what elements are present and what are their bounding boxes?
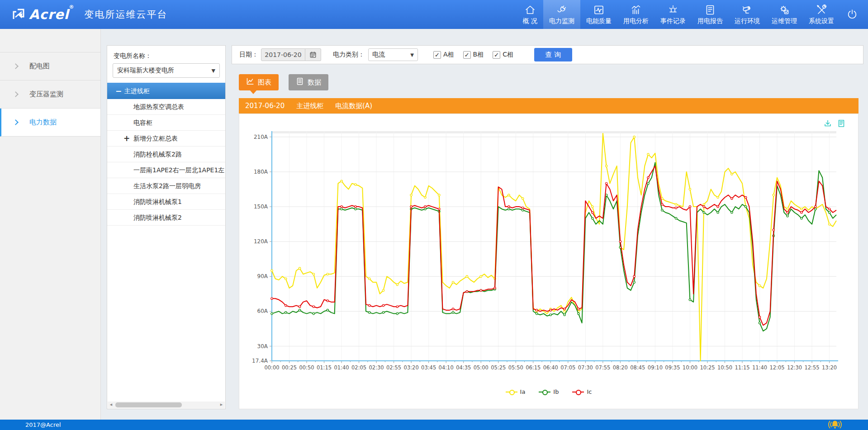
svg-text:09:10: 09:10 [648,364,663,371]
phase-a-checkbox[interactable]: ✓A相 [433,51,454,59]
scroll-left-arrow[interactable]: ◀ [108,402,114,408]
power-type-select[interactable]: 电流 ▼ [368,48,418,61]
query-button[interactable]: 查 询 [534,48,572,61]
phase-c-checkbox[interactable]: ✓C相 [493,51,513,59]
svg-text:00:00: 00:00 [264,364,279,371]
nav-item-system-settings[interactable]: 系统设置 [803,0,840,29]
svg-text:07:30: 07:30 [578,364,593,371]
svg-text:12:30: 12:30 [787,364,802,371]
tree-node-label: 一层南1APE2右一层北1APE1左 [133,166,224,174]
sidebar-item-distribution-diagram[interactable]: 配电图 [0,52,100,80]
chart-legend: IaIbIc [239,388,858,395]
legend-marker-icon [539,390,550,394]
collapse-icon[interactable]: − [115,83,122,99]
nav-item-power-monitor[interactable]: 电力监测 [543,0,580,29]
chart-title-metric: 电流数据(A) [335,102,372,110]
tree-node[interactable]: 消防栓机械泵2路 [107,146,225,162]
tab-chart-label: 图表 [258,78,271,87]
sidebar-item-transformer-monitor[interactable]: 变压器监测 [0,80,100,109]
nav-item-label: 电能质量 [586,17,612,25]
nav-item-overview[interactable]: 概 况 [517,0,543,29]
sidebar-item-power-data[interactable]: 电力数据 [0,109,100,137]
svg-text:11:15: 11:15 [735,364,749,371]
nav-item-label: 系统设置 [809,17,834,25]
scrollbar-thumb[interactable] [115,402,182,407]
svg-text:02:55: 02:55 [386,364,401,371]
svg-text:06:40: 06:40 [543,364,558,371]
legend-label: Ib [553,388,559,395]
nav-item-label: 用电报告 [697,17,723,25]
svg-text:05:00: 05:00 [474,364,489,371]
nav-item-usage-report[interactable]: 用电报告 [692,0,729,29]
chevron-down-icon: ▼ [212,68,215,74]
tree-horizontal-scrollbar[interactable]: ◀ ▶ [108,402,225,408]
svg-text:04:35: 04:35 [456,364,471,371]
calendar-button[interactable] [305,48,321,61]
acrel-logo-icon [12,8,25,21]
expand-icon[interactable]: + [123,131,130,146]
chart-title-device: 主进线柜 [296,102,323,110]
tree-node[interactable]: +新增分立柜总表 [107,131,225,146]
checkbox-icon[interactable]: ✓ [433,51,441,59]
scrollbar-track[interactable] [114,402,218,408]
tree-node[interactable]: 一层南1APE2右一层北1APE1左 [107,162,225,178]
date-label: 日期： [239,51,258,59]
device-tree: −主进线柜地源热泵空调总表电容柜+新增分立柜总表消防栓机械泵2路一层南1APE2… [107,83,225,226]
home-icon [524,4,536,16]
station-select[interactable]: 安科瑞新大楼变电所 ▼ [113,63,220,78]
legend-marker-icon [506,390,517,394]
chevron-right-icon [13,119,19,125]
nav-item-event-log[interactable]: 事件记录 [655,0,692,29]
tree-node[interactable]: 消防喷淋机械泵1 [107,194,225,210]
nav-item-usage-analysis[interactable]: 用电分析 [617,0,655,29]
plug-icon [556,4,568,16]
checkbox-icon[interactable]: ✓ [493,51,500,59]
tools-icon [816,4,827,16]
tree-node[interactable]: 消防喷淋机械泵2 [107,210,225,226]
tree-node-label: 消防栓机械泵2路 [133,151,182,158]
power-type-label: 电力类别： [333,51,365,59]
bars-icon [630,4,642,16]
chart-title-date: 2017-06-20 [245,102,285,110]
svg-text:10:25: 10:25 [700,364,715,371]
svg-text:12:05: 12:05 [769,364,784,371]
svg-text:01:40: 01:40 [334,364,349,371]
phase-label: A相 [443,51,454,59]
tree-node[interactable]: 地源热泵空调总表 [107,99,225,115]
legend-item-ib[interactable]: Ib [539,388,559,395]
legend-item-ia[interactable]: Ia [506,388,526,395]
sidebar-item-label: 电力数据 [29,118,57,127]
alarm-bell-icon[interactable] [827,419,843,430]
svg-text:30A: 30A [257,343,268,350]
nav-item-power-quality[interactable]: 电能质量 [580,0,617,29]
scroll-right-arrow[interactable]: ▶ [218,402,225,408]
tab-data[interactable]: 数据 [289,74,328,90]
tree-node[interactable]: 生活水泵2路一层弱电房 [107,178,225,194]
download-icon[interactable] [824,119,832,129]
topbar: Acrel® 变电所运维云平台 概 况电力监测电能质量用电分析事件记录用电报告运… [0,0,868,29]
alarm-icon [667,4,679,16]
tab-chart[interactable]: 图表 [239,74,279,90]
power-icon[interactable] [840,0,868,29]
chevron-right-icon [13,91,19,97]
sidebar-item-label: 变压器监测 [29,90,63,99]
tree-node[interactable]: 电容柜 [107,115,225,131]
nav-item-runtime-env[interactable]: 运行环境 [729,0,766,29]
data-view-icon[interactable] [837,119,845,129]
date-input[interactable]: 2017-06-20 [261,48,305,61]
tree-node[interactable]: −主进线柜 [107,83,225,99]
report-icon [704,4,716,16]
svg-text:03:20: 03:20 [404,364,419,371]
legend-label: Ic [587,388,592,395]
phase-checkbox-group: ✓A相✓B相✓C相 [433,51,522,59]
chart-panel: 210A180A150A120A90A60A30A17.4A00:0000:25… [239,113,859,409]
legend-marker-icon [572,390,584,394]
copyright-text: 2017@Acrel [25,421,61,428]
top-nav: 概 况电力监测电能质量用电分析事件记录用电报告运行环境运维管理系统设置 [517,0,840,29]
svg-text:02:05: 02:05 [351,364,366,371]
nav-item-om-manage[interactable]: 运维管理 [766,0,803,29]
checkbox-icon[interactable]: ✓ [463,51,471,59]
nav-item-label: 事件记录 [660,17,686,25]
legend-item-ic[interactable]: Ic [572,388,592,395]
phase-b-checkbox[interactable]: ✓B相 [463,51,484,59]
